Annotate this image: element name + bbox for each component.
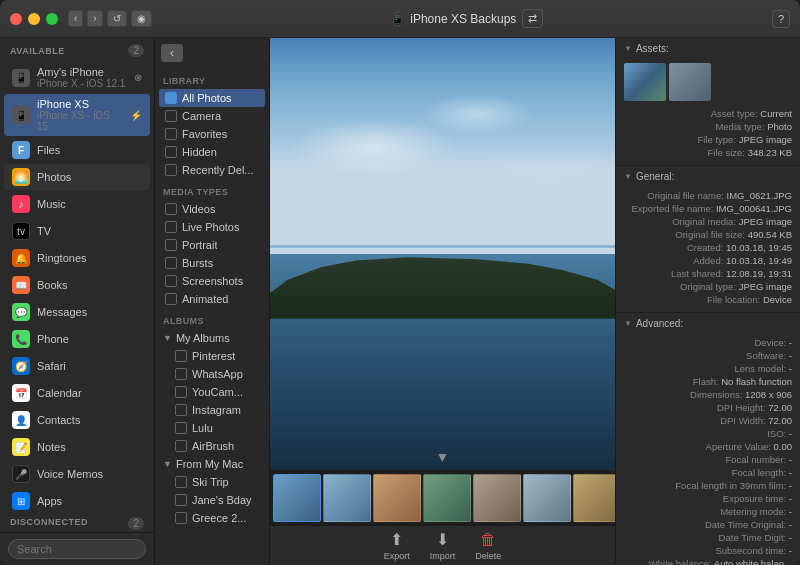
sidebar-item-phone[interactable]: 📞 Phone (4, 326, 150, 352)
thumbnail-1[interactable] (273, 474, 321, 522)
help-btn[interactable]: ? (772, 10, 790, 28)
janes-bday-checkbox[interactable] (175, 494, 187, 506)
minimize-button[interactable] (28, 13, 40, 25)
info-thumb-2[interactable] (669, 63, 711, 101)
media-type-label: Media type: Photo (715, 121, 792, 132)
album-item-live-photos[interactable]: Live Photos (159, 218, 265, 236)
sidebar-item-books[interactable]: 📖 Books (4, 272, 150, 298)
ski-trip-checkbox[interactable] (175, 476, 187, 488)
sidebar-item-amys-iphone[interactable]: 📱 Amy's iPhone iPhone X - iOS 12.1 ⊗ (4, 62, 150, 93)
album-item-janes-bday[interactable]: Jane's Bday (159, 491, 265, 509)
sidebar-item-apps[interactable]: ⊞ Apps (4, 488, 150, 511)
sidebar-item-files[interactable]: F Files (4, 137, 150, 163)
album-item-videos[interactable]: Videos (159, 200, 265, 218)
from-mac-arrow: ▼ (163, 459, 172, 469)
camera-checkbox[interactable] (165, 110, 177, 122)
all-photos-checkbox[interactable] (165, 92, 177, 104)
album-folder-my-albums[interactable]: ▼ My Albums (159, 329, 265, 347)
portrait-checkbox[interactable] (165, 239, 177, 251)
sidebar-item-ringtones[interactable]: 🔔 Ringtones (4, 245, 150, 271)
album-item-instagram[interactable]: Instagram (159, 401, 265, 419)
airbrush-checkbox[interactable] (175, 440, 187, 452)
search-input[interactable] (8, 539, 146, 559)
music-label: Music (37, 198, 66, 210)
album-item-animated[interactable]: Animated (159, 290, 265, 308)
sidebar-item-iphone-xs[interactable]: 📱 iPhone XS iPhone XS - iOS 15 ⚡ (4, 94, 150, 136)
lulu-label: Lulu (192, 422, 213, 434)
nav-back-btn[interactable]: ‹ (68, 10, 83, 27)
animated-checkbox[interactable] (165, 293, 177, 305)
album-item-favorites[interactable]: Favorites (159, 125, 265, 143)
videos-checkbox[interactable] (165, 203, 177, 215)
album-item-bursts[interactable]: Bursts (159, 254, 265, 272)
album-item-greece[interactable]: Greece 2... (159, 509, 265, 527)
album-item-screenshots[interactable]: Screenshots (159, 272, 265, 290)
original-type-row: Original type: JPEG image (624, 280, 792, 293)
media-type-row: Media type: Photo (624, 120, 792, 133)
recently-deleted-checkbox[interactable] (165, 164, 177, 176)
advanced-section-header[interactable]: ▼ Advanced: (616, 313, 800, 334)
thumbnail-3[interactable] (373, 474, 421, 522)
album-item-airbrush[interactable]: AirBrush (159, 437, 265, 455)
album-item-ski-trip[interactable]: Ski Trip (159, 473, 265, 491)
pinterest-checkbox[interactable] (175, 350, 187, 362)
info-thumb-1[interactable] (624, 63, 666, 101)
thumbnail-4[interactable] (423, 474, 471, 522)
album-item-recently-deleted[interactable]: Recently Del... (159, 161, 265, 179)
dpi-height-label: DPI Height: 72.00 (717, 402, 792, 413)
favorites-checkbox[interactable] (165, 128, 177, 140)
sidebar-item-safari[interactable]: 🧭 Safari (4, 353, 150, 379)
nav-forward-btn[interactable]: › (87, 10, 102, 27)
thumbnail-7[interactable] (573, 474, 615, 522)
whatsapp-checkbox[interactable] (175, 368, 187, 380)
album-item-hidden[interactable]: Hidden (159, 143, 265, 161)
refresh-btn[interactable]: ↺ (107, 10, 127, 27)
export-label: Export (384, 551, 410, 561)
hidden-label: Hidden (182, 146, 217, 158)
assets-section-header[interactable]: ▼ Assets: (616, 38, 800, 59)
youcam-checkbox[interactable] (175, 386, 187, 398)
thumbnail-6[interactable] (523, 474, 571, 522)
bursts-checkbox[interactable] (165, 257, 177, 269)
maximize-button[interactable] (46, 13, 58, 25)
connection-btn[interactable]: ⇄ (522, 9, 543, 28)
sidebar-item-music[interactable]: ♪ Music (4, 191, 150, 217)
thumbnail-2[interactable] (323, 474, 371, 522)
exposure-label: Exposure time: - (723, 493, 792, 504)
main-photo-view[interactable]: ▼ (270, 38, 615, 470)
albums-back-btn[interactable]: ‹ (161, 44, 183, 62)
album-item-lulu[interactable]: Lulu (159, 419, 265, 437)
instagram-checkbox[interactable] (175, 404, 187, 416)
sidebar-item-contacts[interactable]: 👤 Contacts (4, 407, 150, 433)
screenshots-checkbox[interactable] (165, 275, 177, 287)
album-item-all-photos[interactable]: All Photos (159, 89, 265, 107)
greece-checkbox[interactable] (175, 512, 187, 524)
general-section-header[interactable]: ▼ General: (616, 166, 800, 187)
sidebar-item-calendar[interactable]: 📅 Calendar (4, 380, 150, 406)
sidebar-item-messages[interactable]: 💬 Messages (4, 299, 150, 325)
thumbnail-5[interactable] (473, 474, 521, 522)
export-btn[interactable]: ⬆ Export (384, 530, 410, 561)
sidebar-item-photos[interactable]: 🌅 Photos (4, 164, 150, 190)
import-btn[interactable]: ⬇ Import (430, 530, 456, 561)
delete-btn[interactable]: 🗑 Delete (475, 531, 501, 561)
album-item-camera[interactable]: Camera (159, 107, 265, 125)
lulu-checkbox[interactable] (175, 422, 187, 434)
hidden-checkbox[interactable] (165, 146, 177, 158)
eye-btn[interactable]: ◉ (131, 10, 152, 27)
phone-label: Phone (37, 333, 69, 345)
album-item-youcam[interactable]: YouCam... (159, 383, 265, 401)
sidebar-item-voicememos[interactable]: 🎤 Voice Memos (4, 461, 150, 487)
live-photos-checkbox[interactable] (165, 221, 177, 233)
close-button[interactable] (10, 13, 22, 25)
album-item-pinterest[interactable]: Pinterest (159, 347, 265, 365)
album-item-portrait[interactable]: Portrait (159, 236, 265, 254)
last-shared-value: 12.08.19, 19:31 (726, 268, 792, 279)
sidebar-item-tv[interactable]: tv TV (4, 218, 150, 244)
dpi-height-value: 72.00 (768, 402, 792, 413)
created-value: 10.03.18, 19:45 (726, 242, 792, 253)
sidebar-item-notes[interactable]: 📝 Notes (4, 434, 150, 460)
album-item-whatsapp[interactable]: WhatsApp (159, 365, 265, 383)
thumbnails-strip (270, 470, 615, 525)
album-folder-from-mac[interactable]: ▼ From My Mac (159, 455, 265, 473)
